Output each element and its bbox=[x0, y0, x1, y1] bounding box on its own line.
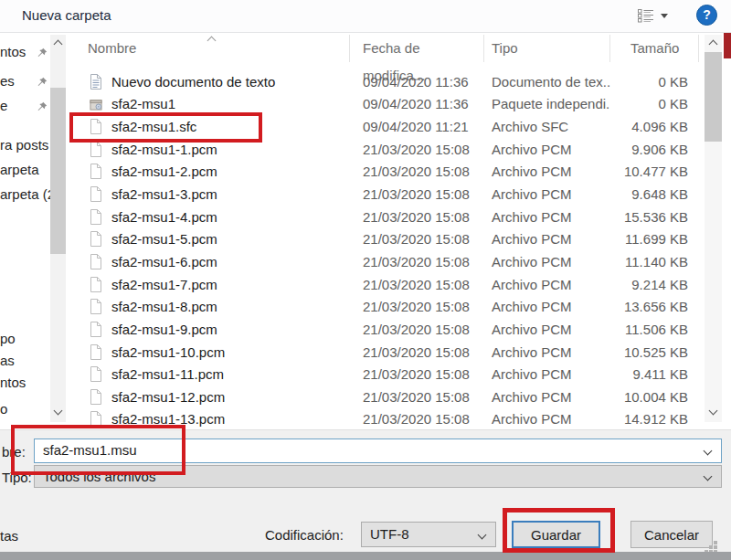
sidebar-item[interactable]: arpeta (2 bbox=[0, 186, 53, 205]
save-file-dialog: Nueva carpeta ? ntos es e ra posts arpet… bbox=[0, 0, 731, 560]
view-dropdown-chevron-icon[interactable] bbox=[661, 14, 668, 18]
sidebar-item[interactable]: ntos bbox=[0, 44, 53, 62]
scrollbar-thumb[interactable] bbox=[705, 52, 722, 142]
file-icon bbox=[90, 344, 102, 360]
file-list: Nuevo documento de texto 09/04/2020 11:3… bbox=[66, 70, 704, 429]
sidebar-item[interactable]: po bbox=[0, 331, 53, 349]
pin-icon bbox=[37, 46, 48, 61]
cancel-button[interactable]: Cancelar bbox=[630, 521, 713, 548]
file-row[interactable]: sfa2-msu1-10.pcm 21/03/2020 15:08 Archiv… bbox=[66, 341, 704, 364]
file-icon bbox=[90, 366, 102, 382]
resize-grip-icon[interactable] bbox=[714, 541, 717, 544]
file-row[interactable]: sfa2-msu1-3.pcm 21/03/2020 15:08 Archivo… bbox=[66, 183, 704, 206]
file-row-highlighted[interactable]: sfa2-msu1.sfc 09/04/2020 11:21 Archivo S… bbox=[66, 115, 704, 138]
chevron-down-icon[interactable] bbox=[478, 531, 487, 540]
file-icon bbox=[90, 186, 102, 202]
file-row[interactable]: sfa2-msu1-9.pcm 21/03/2020 15:08 Archivo… bbox=[66, 318, 704, 341]
file-row[interactable]: sfa2-msu1-4.pcm 21/03/2020 15:08 Archivo… bbox=[66, 206, 704, 228]
sidebar-item[interactable]: o bbox=[0, 401, 53, 419]
file-icon bbox=[90, 209, 102, 225]
column-header-fecha[interactable]: Fecha de modifica... bbox=[350, 35, 484, 62]
file-icon bbox=[90, 142, 102, 157]
column-header-tipo[interactable]: Tipo bbox=[484, 35, 610, 62]
file-row[interactable]: sfa2-msu1-12.pcm 21/03/2020 15:08 Archiv… bbox=[66, 386, 704, 408]
save-button[interactable]: Guardar bbox=[512, 521, 600, 548]
file-row[interactable]: sfa2-msu1-5.pcm 21/03/2020 15:08 Archivo… bbox=[66, 227, 704, 250]
file-icon bbox=[90, 254, 102, 269]
filename-input[interactable]: sfa2-msu1.msu bbox=[34, 438, 722, 463]
file-row[interactable]: sfa2-msu1-2.pcm 21/03/2020 15:08 Archivo… bbox=[66, 161, 704, 184]
file-row[interactable]: sfa2-msu1 09/04/2020 11:36 Paquete indep… bbox=[66, 93, 704, 116]
help-icon[interactable]: ? bbox=[696, 5, 717, 26]
file-row[interactable]: sfa2-msu1-11.pcm 21/03/2020 15:08 Archiv… bbox=[66, 363, 704, 386]
sidebar-item[interactable]: e bbox=[0, 98, 53, 116]
encoding-select[interactable]: UTF-8 bbox=[361, 522, 496, 547]
filename-label: bre: bbox=[2, 444, 26, 460]
file-row[interactable]: sfa2-msu1-13.pcm 21/03/2020 15:08 Archiv… bbox=[66, 408, 704, 429]
filetype-label: Tipo: bbox=[2, 470, 32, 485]
file-row[interactable]: sfa2-msu1-8.pcm 21/03/2020 15:08 Archivo… bbox=[66, 295, 704, 318]
file-row[interactable]: sfa2-msu1-6.pcm 21/03/2020 15:08 Archivo… bbox=[66, 250, 704, 273]
scroll-down-icon[interactable] bbox=[709, 407, 718, 416]
scroll-down-icon[interactable] bbox=[54, 407, 63, 416]
file-icon bbox=[90, 119, 102, 134]
file-row[interactable]: sfa2-msu1-1.pcm 21/03/2020 15:08 Archivo… bbox=[66, 138, 704, 161]
window-bottom-edge bbox=[0, 552, 731, 560]
sidebar-item[interactable]: arpeta bbox=[0, 162, 53, 180]
file-row[interactable]: Nuevo documento de texto 09/04/2020 11:3… bbox=[66, 70, 704, 93]
column-header-tamano[interactable]: Tamaño bbox=[610, 35, 699, 62]
sidebar-item[interactable]: ntos bbox=[0, 375, 53, 393]
chevron-down-icon[interactable] bbox=[704, 447, 713, 456]
scroll-up-icon[interactable] bbox=[54, 40, 63, 49]
text-document-icon bbox=[90, 74, 102, 90]
list-scrollbar[interactable] bbox=[705, 35, 722, 422]
new-folder-button[interactable]: Nueva carpeta bbox=[22, 7, 111, 23]
sidebar-item[interactable]: es bbox=[0, 73, 53, 91]
file-icon bbox=[90, 164, 102, 179]
annotation-fragment bbox=[724, 33, 731, 58]
scrollbar-thumb[interactable] bbox=[50, 88, 66, 254]
encoding-label: Codificación: bbox=[265, 527, 344, 543]
sidebar-scrollbar[interactable] bbox=[50, 35, 66, 422]
pin-icon bbox=[37, 75, 48, 90]
dialog-toolbar: Nueva carpeta ? bbox=[0, 0, 731, 33]
file-icon bbox=[90, 299, 102, 314]
file-icon bbox=[90, 277, 102, 292]
details-view-icon[interactable] bbox=[638, 8, 654, 23]
file-row[interactable]: sfa2-msu1-7.pcm 21/03/2020 15:08 Archivo… bbox=[66, 273, 704, 296]
scroll-up-icon[interactable] bbox=[709, 40, 718, 49]
dialog-footer: bre: sfa2-msu1.msu Tipo: Todos los archi… bbox=[0, 429, 731, 552]
chevron-down-icon[interactable] bbox=[704, 472, 713, 481]
sidebar-item[interactable]: ra posts bbox=[0, 137, 53, 155]
list-header: Nombre Fecha de modifica... Tipo Tamaño bbox=[66, 35, 704, 62]
hide-folders-button[interactable]: tas bbox=[0, 528, 18, 544]
file-icon bbox=[90, 231, 102, 247]
file-icon bbox=[90, 389, 102, 405]
filetype-select[interactable]: Todos los archivos bbox=[34, 465, 722, 488]
sidebar-item[interactable]: as bbox=[0, 353, 53, 371]
package-icon bbox=[90, 97, 102, 111]
file-icon bbox=[90, 411, 102, 427]
file-icon bbox=[90, 322, 102, 337]
pin-icon bbox=[37, 100, 48, 115]
